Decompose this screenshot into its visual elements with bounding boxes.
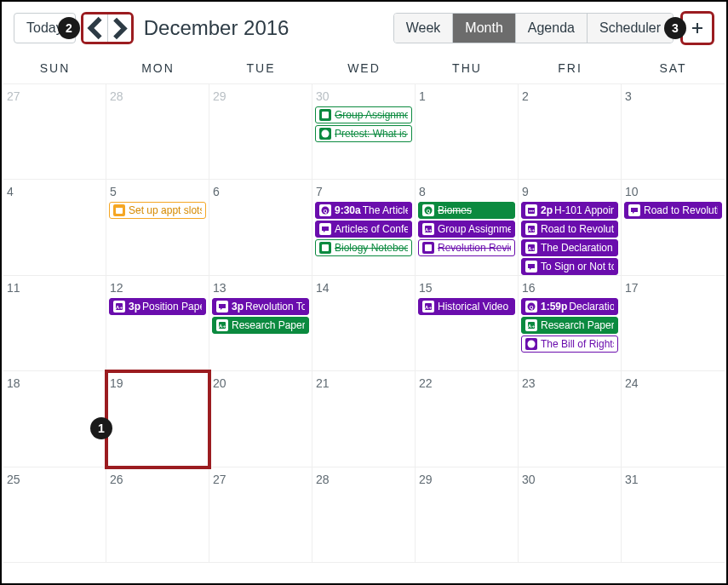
calendar-cell[interactable]: 19	[106, 371, 209, 467]
calendar-cell[interactable]: 23	[519, 371, 622, 467]
tab-month[interactable]: Month	[452, 14, 514, 43]
event-text: The Bill of Rights	[541, 337, 614, 351]
calendar-cell[interactable]: 29	[416, 467, 519, 563]
day-header: WED	[312, 61, 416, 75]
calendar-grid: 27282930Group AssignmentPretest: What is…	[3, 83, 725, 563]
tab-agenda[interactable]: Agenda	[515, 14, 587, 43]
prev-month-button[interactable]	[83, 14, 107, 42]
calendar-cell[interactable]: 14	[312, 276, 416, 371]
event-text: Research Paper P	[232, 318, 305, 332]
calendar-cell[interactable]: 79:30aThe ArticlesArticles of ConfedBiol…	[312, 180, 416, 275]
event-time: 1:59p	[541, 301, 567, 313]
event-label: Group Assignment	[335, 109, 408, 121]
calendar-cell[interactable]: 26	[106, 467, 209, 563]
calendar-cell[interactable]: 28	[312, 467, 416, 563]
calendar-cell[interactable]: 22	[416, 371, 519, 467]
calendar-event[interactable]: Road to Revolution	[521, 221, 618, 238]
calendar-event[interactable]: Research Paper	[521, 317, 618, 334]
event-text: Pretest: What is a	[335, 127, 408, 141]
calendar-event[interactable]: Biology Notebook	[315, 239, 412, 256]
date-number: 3	[623, 86, 723, 105]
calendar-cell[interactable]: 8BiomesGroup AssignmentRevolution Review	[416, 180, 519, 275]
date-number: 29	[211, 86, 310, 105]
plus-icon	[691, 21, 704, 35]
event-text: The Declaration o	[541, 241, 614, 255]
assignment-icon	[422, 242, 434, 254]
callout-3: 3	[664, 17, 686, 39]
calendar-cell[interactable]: 30	[519, 467, 622, 563]
calendar-cell[interactable]: 27	[209, 467, 312, 563]
day-header: THU	[416, 61, 519, 75]
day-header: SAT	[622, 61, 725, 75]
event-label: Biology Notebook	[335, 242, 408, 254]
event-text: Revolution Review	[438, 241, 511, 255]
calendar-cell[interactable]: 29	[209, 84, 312, 180]
calendar-event[interactable]: Pretest: What is a	[315, 125, 412, 142]
date-number: 27	[5, 86, 104, 105]
event-label: The Bill of Rights	[541, 338, 614, 350]
date-number: 26	[108, 469, 207, 488]
calendar-event[interactable]: Biomes	[418, 202, 515, 219]
calendar-event[interactable]: 3pPosition Paper	[109, 298, 206, 315]
calendar-cell[interactable]: 2	[519, 84, 622, 180]
day-header: FRI	[519, 61, 622, 75]
calendar-event[interactable]: Group Assignment	[315, 106, 412, 123]
tab-scheduler[interactable]: Scheduler	[587, 14, 673, 43]
callout-2: 2	[58, 17, 80, 39]
event-text: To Sign or Not to	[541, 260, 614, 273]
assignment-icon	[113, 301, 125, 313]
calendar-cell[interactable]: 21	[312, 371, 416, 467]
calendar-event[interactable]: 2pH-101 Appointment	[521, 202, 618, 219]
calendar-cell[interactable]: 24	[622, 371, 725, 467]
calendar-cell[interactable]: 5Set up appt slots	[106, 180, 209, 275]
assignment-icon	[422, 301, 434, 313]
calendar-event[interactable]: Revolution Review	[418, 239, 515, 256]
calendar-cell[interactable]: 27	[3, 84, 106, 180]
calendar-icon	[113, 204, 125, 216]
date-number: 8	[417, 181, 516, 200]
calendar-event[interactable]: 1:59pDeclaration	[521, 298, 618, 315]
calendar-cell[interactable]: 11	[3, 276, 106, 371]
calendar-icon	[525, 204, 537, 216]
calendar-event[interactable]: Set up appt slots	[109, 202, 206, 219]
event-label: Road to Revolution	[644, 204, 718, 216]
calendar-event[interactable]: The Bill of Rights	[521, 336, 618, 353]
calendar-event[interactable]: 3pRevolution Top	[212, 298, 309, 315]
calendar-cell[interactable]: 161:59pDeclarationResearch PaperThe Bill…	[519, 276, 622, 371]
calendar-event[interactable]: The Declaration o	[521, 239, 618, 256]
discussion-icon	[525, 261, 537, 272]
calendar-cell[interactable]: 15Historical Video A	[416, 276, 519, 371]
calendar-event[interactable]: Historical Video A	[418, 298, 515, 315]
event-label: Research Paper P	[232, 319, 305, 331]
calendar-cell[interactable]: 123pPosition Paper	[106, 276, 209, 371]
calendar-cell[interactable]: 18	[3, 371, 106, 467]
next-month-button[interactable]	[107, 14, 131, 42]
calendar-event[interactable]: To Sign or Not to	[521, 258, 618, 275]
calendar-event[interactable]: Research Paper P	[212, 317, 309, 334]
event-text: Group Assignment	[438, 222, 511, 236]
event-label: Position Paper	[142, 301, 202, 313]
calendar-cell[interactable]: 133pRevolution TopResearch Paper P	[209, 276, 312, 371]
calendar-app: 2 3 1 Today December 2016 Week Month Age…	[0, 0, 728, 585]
calendar-event[interactable]: Articles of Confed	[315, 221, 412, 238]
calendar-cell[interactable]: 30Group AssignmentPretest: What is a	[312, 84, 416, 180]
calendar-cell[interactable]: 31	[622, 467, 725, 563]
event-text: 9:30aThe Articles	[335, 204, 408, 217]
calendar-cell[interactable]: 3	[622, 84, 725, 180]
calendar-event[interactable]: Road to Revolution	[624, 202, 722, 219]
event-label: Revolution Top	[245, 301, 305, 313]
event-label: The Articles	[363, 204, 408, 216]
calendar-cell[interactable]: 10Road to Revolution	[622, 180, 725, 275]
calendar-cell[interactable]: 28	[106, 84, 209, 180]
calendar-cell[interactable]: 17	[622, 276, 725, 371]
calendar-cell[interactable]: 1	[416, 84, 519, 180]
calendar-cell[interactable]: 4	[3, 180, 106, 275]
calendar-event[interactable]: Group Assignment	[418, 221, 515, 238]
calendar-cell[interactable]: 6	[209, 180, 312, 275]
calendar-cell[interactable]: 25	[3, 467, 106, 563]
calendar-cell[interactable]: 20	[209, 371, 312, 467]
event-time: 3p	[232, 301, 244, 313]
tab-week[interactable]: Week	[394, 14, 453, 43]
calendar-cell[interactable]: 92pH-101 AppointmentRoad to RevolutionTh…	[519, 180, 622, 275]
calendar-event[interactable]: 9:30aThe Articles	[315, 202, 412, 219]
